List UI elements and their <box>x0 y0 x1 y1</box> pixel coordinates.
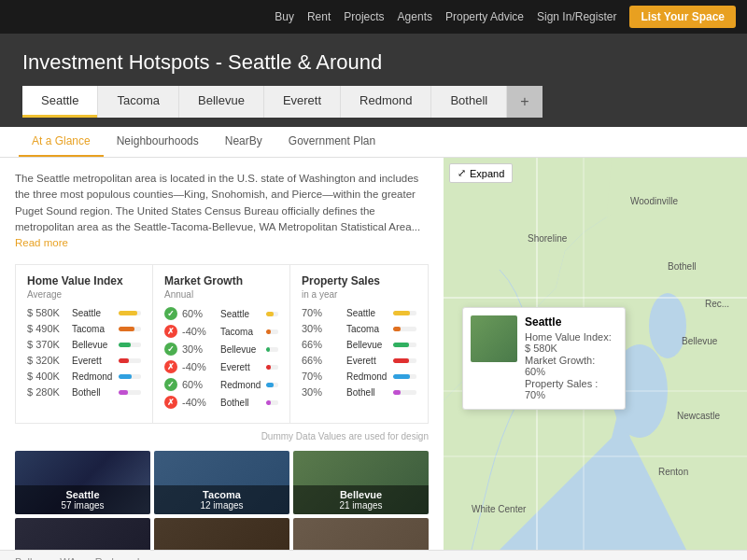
home-value-row: $ 580K Seattle <box>27 307 141 318</box>
tab-everett[interactable]: Everett <box>264 86 341 118</box>
tab-tacoma[interactable]: Tacoma <box>98 86 179 118</box>
market-growth-row: ✗ -40% Tacoma <box>164 325 278 338</box>
stat-bar <box>119 390 128 395</box>
sales-bar <box>393 311 410 315</box>
image-tile-seattle[interactable]: Seattle 57 images <box>15 451 150 514</box>
market-pct: -40% <box>182 326 216 337</box>
svg-text:White Center: White Center <box>472 504 527 514</box>
image-tile-tacoma[interactable]: Tacoma 12 images <box>154 451 289 514</box>
sales-city: Bothell <box>346 387 388 398</box>
sales-bar <box>393 390 401 395</box>
subtab-neighbourhoods[interactable]: Neighbourhoods <box>104 127 212 157</box>
property-sales-row: 30% Bothell <box>302 386 416 398</box>
nav-agents[interactable]: Agents <box>398 10 432 23</box>
market-bar-wrap <box>266 347 278 352</box>
stat-city: Tacoma <box>72 324 113 334</box>
subtab-nearby[interactable]: NearBy <box>212 127 275 157</box>
market-bar <box>266 365 271 370</box>
map-expand-button[interactable]: ⤢ Expand <box>449 163 513 183</box>
tile-overlay: Bellevue 21 images <box>293 485 429 514</box>
stat-value: $ 580K <box>27 307 66 318</box>
stat-bar-wrap <box>119 343 141 347</box>
market-growth-row: ✗ -40% Bothell <box>164 396 278 409</box>
image-tile-bellevue[interactable]: Bellevue 21 images <box>293 451 429 514</box>
svg-text:Rec...: Rec... <box>705 299 729 309</box>
description-text: The Seattle metropolitan area is located… <box>15 171 429 251</box>
market-bar-wrap <box>266 329 278 334</box>
sales-city: Seattle <box>346 308 388 318</box>
home-value-row: $ 280K Bothell <box>27 386 141 398</box>
right-panel: Seattle Bothell Bellevue Newcastle Rento… <box>444 158 747 550</box>
market-pct: 60% <box>182 379 216 390</box>
read-more-link[interactable]: Read more <box>15 237 68 248</box>
property-sales-row: 70% Redmond <box>302 371 416 382</box>
sales-city: Redmond <box>346 371 388 382</box>
stat-bar-wrap <box>119 327 141 331</box>
sales-bar-wrap <box>393 374 416 379</box>
tab-seattle[interactable]: Seattle <box>22 86 98 118</box>
market-indicator: ✓ <box>164 378 177 391</box>
page-title: Investment Hotspots - Seattle & Around <box>22 50 725 75</box>
nav-property-advice[interactable]: Property Advice <box>445 10 524 23</box>
market-indicator: ✓ <box>164 343 177 356</box>
market-growth-row: ✓ 60% Seattle <box>164 307 278 320</box>
property-sales-box: Property Sales in a year 70% Seattle 30%… <box>290 265 428 423</box>
market-city: Bellevue <box>220 344 261 355</box>
tab-redmond[interactable]: Redmond <box>341 86 431 118</box>
nav-projects[interactable]: Projects <box>344 10 384 23</box>
nav-buy[interactable]: Buy <box>275 10 294 23</box>
home-value-subtitle: Average <box>27 289 141 300</box>
stat-bar-wrap <box>119 311 141 315</box>
market-bar <box>266 400 271 405</box>
home-value-row: $ 320K Everett <box>27 355 141 366</box>
market-growth-row: ✗ -40% Everett <box>164 360 278 373</box>
expand-label: Expand <box>470 168 504 179</box>
market-bar <box>266 329 271 334</box>
stat-city: Bothell <box>72 387 113 398</box>
image-tile-everett[interactable]: Everett 11 images <box>15 518 150 550</box>
dummy-note: Dummy Data Values are used for design <box>15 431 429 441</box>
sales-pct: 30% <box>302 323 341 334</box>
bottom-link-bellevue[interactable]: Bellevue, WA <box>15 556 77 560</box>
subtab-government-plan[interactable]: Government Plan <box>275 127 388 157</box>
add-city-button[interactable]: + <box>507 86 542 118</box>
bottom-bar: Bellevue, WA Redmond <box>0 550 747 560</box>
home-value-title: Home Value Index <box>27 274 141 287</box>
stat-value: $ 400K <box>27 371 66 382</box>
market-indicator: ✓ <box>164 307 177 320</box>
image-tile-bothell[interactable]: Bothell 5 images <box>293 518 429 550</box>
nav-signin[interactable]: Sign In/Register <box>537 10 616 23</box>
tab-bellevue[interactable]: Bellevue <box>179 86 264 118</box>
sales-pct: 70% <box>302 307 341 318</box>
market-indicator: ✗ <box>164 360 177 373</box>
image-tile-redmond[interactable]: Redmond 16 images <box>154 518 289 550</box>
market-pct: -40% <box>182 397 216 408</box>
market-bar-wrap <box>266 312 278 316</box>
city-tabs: Seattle Tacoma Bellevue Everett Redmond … <box>22 86 725 118</box>
subtab-at-a-glance[interactable]: At a Glance <box>19 127 104 157</box>
nav-rent[interactable]: Rent <box>307 10 331 23</box>
stat-city: Bellevue <box>72 340 113 350</box>
market-bar-wrap <box>266 383 278 387</box>
svg-text:Bellevue: Bellevue <box>682 336 718 346</box>
sales-pct: 66% <box>302 339 341 350</box>
tile-images: 21 images <box>297 500 425 511</box>
market-growth-subtitle: Annual <box>164 289 278 300</box>
stats-grid: Home Value Index Average $ 580K Seattle … <box>15 264 429 424</box>
tab-bothell[interactable]: Bothell <box>431 86 507 118</box>
market-growth-box: Market Growth Annual ✓ 60% Seattle ✗ -40… <box>153 265 290 423</box>
content-area: The Seattle metropolitan area is located… <box>0 158 747 550</box>
list-space-button[interactable]: List Your Space <box>629 6 736 28</box>
stat-value: $ 490K <box>27 323 66 334</box>
market-bar <box>266 312 274 316</box>
map-popup-line3: Property Sales : 70% <box>525 378 617 400</box>
property-sales-row: 30% Tacoma <box>302 323 416 334</box>
bottom-link-redmond[interactable]: Redmond <box>95 556 140 560</box>
tile-images: 57 images <box>19 500 147 511</box>
svg-text:Woodinville: Woodinville <box>630 196 678 206</box>
map-popup-line1: Home Value Index: $ 580K <box>525 331 617 354</box>
home-value-box: Home Value Index Average $ 580K Seattle … <box>16 265 153 423</box>
sales-bar-wrap <box>393 343 416 347</box>
property-sales-row: 70% Seattle <box>302 307 416 318</box>
svg-text:Newcastle: Newcastle <box>677 411 721 421</box>
